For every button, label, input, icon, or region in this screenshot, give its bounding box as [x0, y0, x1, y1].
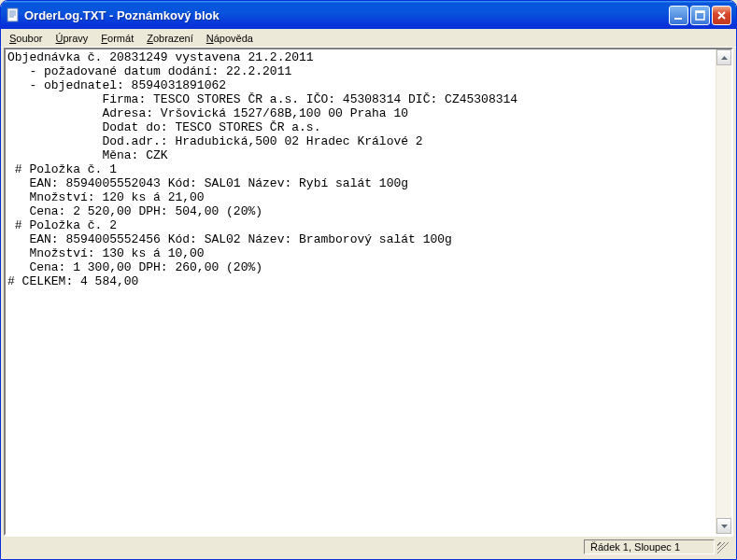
menu-view[interactable]: Zobrazení: [140, 31, 200, 46]
maximize-button[interactable]: [690, 6, 710, 25]
scroll-track[interactable]: [716, 65, 731, 518]
menu-edit[interactable]: Úpravy: [49, 31, 94, 46]
vertical-scrollbar[interactable]: [716, 49, 731, 534]
close-button[interactable]: [712, 6, 731, 25]
titlebar[interactable]: OrderLog.TXT - Poznámkový blok: [1, 1, 736, 29]
minimize-button[interactable]: [669, 6, 688, 25]
client-area: Objednávka č. 20831249 vystavena 21.2.20…: [4, 48, 733, 536]
window-title: OrderLog.TXT - Poznámkový blok: [24, 8, 669, 22]
menu-help[interactable]: Nápověda: [200, 31, 260, 46]
resize-grip-icon[interactable]: [715, 539, 730, 554]
svg-rect-7: [696, 11, 704, 13]
menu-format[interactable]: Formát: [94, 31, 140, 46]
window-controls: [669, 6, 731, 25]
menu-file[interactable]: Soubor: [3, 31, 49, 46]
notepad-window: OrderLog.TXT - Poznámkový blok Soubor Úp…: [0, 0, 737, 560]
statusbar: Řádek 1, Sloupec 1: [4, 536, 733, 556]
menubar: Soubor Úpravy Formát Zobrazení Nápověda: [1, 29, 736, 48]
scroll-down-button[interactable]: [716, 518, 731, 534]
scroll-up-button[interactable]: [716, 49, 731, 65]
cursor-position: Řádek 1, Sloupec 1: [584, 539, 715, 554]
notepad-icon: [6, 7, 21, 22]
text-editor[interactable]: Objednávka č. 20831249 vystavena 21.2.20…: [6, 49, 716, 534]
svg-rect-5: [674, 18, 682, 20]
